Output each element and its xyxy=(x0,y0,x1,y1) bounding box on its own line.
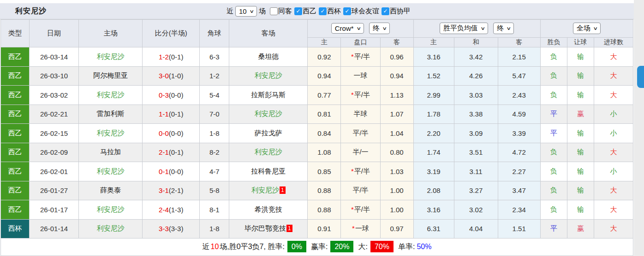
home-team-name[interactable]: 阿尔梅里亚 xyxy=(93,71,128,79)
mean-away-odds: 4.59 xyxy=(498,105,540,124)
away-team-name[interactable]: 利安尼沙 xyxy=(251,186,279,194)
stats-panel: 利安尼沙 近 10 ∨ 场 同客✓西乙✓西杯✓球会友谊✓西协甲 类型 日期 主场… xyxy=(0,0,634,256)
league-copa-checkbox-item[interactable]: ✓西杯 xyxy=(319,7,341,16)
away-team-name[interactable]: 萨拉戈萨 xyxy=(255,129,282,137)
handicap-cell: *平/半 xyxy=(341,200,380,220)
goals-result: 小 xyxy=(594,105,633,124)
home-team-name[interactable]: 利安尼沙 xyxy=(97,129,125,137)
home-team-name[interactable]: 利安尼沙 xyxy=(97,91,125,99)
home-team-name[interactable]: 雷加利斯 xyxy=(97,110,125,117)
checked-checkbox-icon[interactable]: ✓ xyxy=(382,7,389,15)
home-team-name[interactable]: 利安尼沙 xyxy=(97,52,125,60)
chevron-down-icon: ∨ xyxy=(593,26,598,31)
goals-result: 小 xyxy=(594,162,633,181)
home-odds: 0.81 xyxy=(308,105,341,124)
sub-header-winloss: 胜负 xyxy=(540,37,567,47)
sub-header-handicap: 盘口 xyxy=(341,37,380,47)
scope-select[interactable]: 全场 ∨ xyxy=(573,23,601,34)
odds-period-select[interactable]: 终 ∨ xyxy=(369,23,390,34)
away-odds: 1.07 xyxy=(380,105,413,124)
matches-label: 场 xyxy=(259,7,266,16)
away-red-card-badge: 1 xyxy=(280,186,286,194)
away-team-name[interactable]: 利安尼沙 xyxy=(255,110,282,117)
home-team-name[interactable]: 薛奥泰 xyxy=(100,186,121,194)
mean-away-odds: 3.47 xyxy=(498,181,540,200)
home-team-name[interactable]: 利安尼沙 xyxy=(97,167,125,175)
match-row: 西乙 26-01-17 利安尼沙 2-4(1-3) 8-1 希洪竞技 0.88 … xyxy=(1,200,633,220)
match-row: 西乙 26-03-02 利安尼沙 0-3(0-0) 5-4 拉斯彭马斯 0.77… xyxy=(1,86,633,105)
half-time-score: (2-1) xyxy=(169,186,184,194)
league-federacion-checkbox-item[interactable]: ✓西协甲 xyxy=(382,7,411,16)
handicap-result: 输 xyxy=(567,86,594,105)
mean-period-select[interactable]: 终 ∨ xyxy=(493,23,514,34)
mean-away-odds: 2.43 xyxy=(498,86,540,105)
away-team-name[interactable]: 希洪竞技 xyxy=(255,205,282,213)
win-loss-result: 平 xyxy=(540,105,567,124)
away-odds: 0.80 xyxy=(380,143,413,162)
match-count-select[interactable]: 10 ∨ xyxy=(235,6,257,17)
win-loss-result: 平 xyxy=(540,219,567,239)
mean-draw-odds: 3.51 xyxy=(454,143,498,162)
checked-checkbox-icon[interactable]: ✓ xyxy=(294,7,302,15)
home-team-cell: 马拉加 xyxy=(79,143,143,162)
col-header-home: 主场 xyxy=(79,20,143,47)
match-type-badge: 西乙 xyxy=(1,200,30,220)
away-team-name[interactable]: 拉科鲁尼亚 xyxy=(251,167,286,175)
star-marker: * xyxy=(351,205,354,213)
mean-away-odds: 2.15 xyxy=(498,47,540,67)
corner-score: 4-7 xyxy=(200,162,229,181)
away-team-name[interactable]: 毕尔巴鄂竞技 xyxy=(244,224,286,232)
corner-score: 1-2 xyxy=(200,66,229,86)
chevron-down-icon: ∨ xyxy=(382,26,387,31)
odds-company-select[interactable]: Crow* ∨ xyxy=(331,23,364,34)
checked-checkbox-icon[interactable]: ✓ xyxy=(319,7,327,15)
team-title: 利安尼沙 xyxy=(15,6,47,16)
home-team-name[interactable]: 马拉加 xyxy=(100,148,121,156)
home-team-name[interactable]: 利安尼沙 xyxy=(97,205,125,213)
match-date: 26-01-14 xyxy=(30,219,79,239)
score-cell: 1-1(0-1) xyxy=(143,105,200,124)
sub-header-mean-away: 客 xyxy=(498,37,540,47)
half-time-score: (1-0) xyxy=(169,72,184,80)
match-row: 西乙 26-02-21 雷加利斯 1-1(0-1) 7-0 利安尼沙 0.81 … xyxy=(1,105,633,124)
score-cell: 3-3(3-3) xyxy=(143,219,200,239)
league-friendly-checkbox-item[interactable]: ✓球会友谊 xyxy=(343,7,379,16)
full-time-score: 0-1 xyxy=(159,168,169,175)
same-away-checkbox-item[interactable]: 同客 xyxy=(270,7,292,16)
chevron-down-icon: ∨ xyxy=(249,9,254,14)
odds-period-value: 终 xyxy=(373,24,380,33)
star-marker: * xyxy=(351,52,354,60)
handicap-result: 输 xyxy=(567,162,594,181)
half-time-score: (0-1) xyxy=(169,110,184,118)
match-type-badge: 西乙 xyxy=(1,143,30,162)
mean-draw-odds: 3.09 xyxy=(454,124,498,143)
mean-home-odds: 2.08 xyxy=(413,181,454,200)
handicap-text: 平/半 xyxy=(354,167,370,175)
home-team-cell: 利安尼沙 xyxy=(79,47,143,67)
checked-checkbox-icon[interactable]: ✓ xyxy=(343,7,351,15)
away-team-cell: 桑坦德 xyxy=(229,47,308,67)
away-team-name[interactable]: 利安尼沙 xyxy=(255,71,282,79)
away-odds: 1.13 xyxy=(380,86,413,105)
away-team-name[interactable]: 利安尼沙 xyxy=(255,148,282,156)
mean-draw-odds: 3.03 xyxy=(454,86,498,105)
away-team-name[interactable]: 拉斯彭马斯 xyxy=(251,91,286,99)
side-scroll-button[interactable] xyxy=(637,66,644,88)
mean-type-select[interactable]: 胜平负均值 ∨ xyxy=(440,23,488,34)
match-type-badge: 西乙 xyxy=(1,124,30,143)
away-team-name[interactable]: 桑坦德 xyxy=(258,52,279,60)
away-odds: 1.03 xyxy=(380,162,413,181)
match-type-badge: 西杯 xyxy=(1,219,30,239)
home-odds: 0.88 xyxy=(308,181,341,200)
score-cell: 2-1(0-1) xyxy=(143,143,200,162)
home-team-name[interactable]: 利安尼沙 xyxy=(97,224,125,232)
unchecked-checkbox-icon[interactable] xyxy=(270,7,278,15)
summary-segment-blue-text: 50% xyxy=(417,243,431,250)
corner-score: 6-3 xyxy=(200,47,229,67)
mean-home-odds: 6.31 xyxy=(413,219,454,239)
sub-header-mean-draw: 和 xyxy=(454,37,498,47)
league-laliga2-checkbox-item[interactable]: ✓西乙 xyxy=(294,7,316,16)
mean-away-odds: 5.47 xyxy=(498,66,540,86)
score-cell: 3-0(1-0) xyxy=(143,66,200,86)
handicap-text: 半/一 xyxy=(352,148,368,156)
